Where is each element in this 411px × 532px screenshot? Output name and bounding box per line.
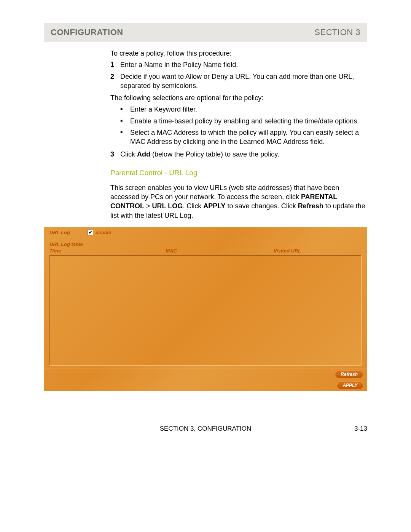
header-left: CONFIGURATION [51,27,123,37]
page-footer: SECTION 3, CONFIGURATION 3-13 [44,425,367,433]
bullet-list: ■ Enter a Keyword filter. ■ Enable a tim… [120,105,367,146]
url-log-table-title: URL Log table [44,236,367,247]
url-log-table-body[interactable] [49,255,362,366]
text-fragment: to save changes. Click [226,202,298,210]
enable-checkbox[interactable]: ✔ [88,230,93,235]
col-header-mac: MAC [129,248,213,254]
bold-refresh: Refresh [298,202,323,210]
square-bullet-icon: ■ [120,117,130,126]
table-headers: Time MAC Visited URL [44,247,367,255]
step-text: Click Add (below the Policy table) to sa… [120,150,367,159]
col-header-visited-url: Visited URL [213,248,362,254]
refresh-button[interactable]: Refresh [335,371,363,378]
bullet-item: ■ Select a MAC Address to which the poli… [120,128,367,147]
bullet-item: ■ Enter a Keyword filter. [120,105,367,114]
bullet-text: Select a MAC Address to which the policy… [130,128,367,147]
bold-apply: APPLY [203,202,225,210]
page-header: CONFIGURATION SECTION 3 [44,23,367,42]
steps-list-cont: 3 Click Add (below the Policy table) to … [110,150,367,159]
footer-page-number: 3-13 [354,425,367,433]
bold-add: Add [137,150,150,158]
bullet-text: Enter a Keyword filter. [130,105,367,114]
square-bullet-icon: ■ [120,128,130,147]
text-fragment: (below the Policy table) to save the pol… [150,150,279,158]
footer-divider [44,418,367,418]
url-log-panel: URL Log ✔ enable URL Log table Time MAC … [44,227,367,391]
url-log-enable-row: URL Log ✔ enable [44,227,367,236]
document-page: CONFIGURATION SECTION 3 To create a poli… [0,0,411,448]
step-2: 2 Decide if you want to Allow or Deny a … [110,72,367,91]
step-1: 1 Enter a Name in the Policy Name field. [110,60,367,69]
step-number: 3 [110,150,120,159]
text-fragment: . Click [183,202,203,210]
step-3: 3 Click Add (below the Policy table) to … [110,150,367,159]
optional-intro: The following selections are optional fo… [110,93,367,102]
refresh-row: Refresh [44,369,367,380]
step-number: 2 [110,72,120,91]
col-header-time: Time [49,248,129,254]
bullet-item: ■ Enable a time-based policy by enabling… [120,117,367,126]
apply-row: APPLY [44,380,367,391]
header-right: SECTION 3 [314,27,360,37]
apply-button[interactable]: APPLY [337,382,363,389]
steps-list: 1 Enter a Name in the Policy Name field.… [110,60,367,90]
bullet-text: Enable a time-based policy by enabling a… [130,117,367,126]
body-content: To create a policy, follow this procedur… [110,49,367,220]
step-text: Enter a Name in the Policy Name field. [120,60,367,69]
square-bullet-icon: ■ [120,105,130,114]
intro-text: To create a policy, follow this procedur… [110,49,367,58]
section-paragraph: This screen enables you to view URLs (we… [110,183,367,220]
url-log-screenshot: URL Log ✔ enable URL Log table Time MAC … [44,227,367,391]
text-fragment: > [144,202,152,210]
bold-url-log: URL LOG [152,202,183,210]
section-heading: Parental Control - URL Log [110,168,367,178]
enable-label: enable [96,230,111,235]
url-log-label: URL Log [49,230,88,235]
step-number: 1 [110,60,120,69]
footer-center: SECTION 3, CONFIGURATION [160,425,252,433]
text-fragment: Click [120,150,137,158]
step-text: Decide if you want to Allow or Deny a UR… [120,72,367,91]
